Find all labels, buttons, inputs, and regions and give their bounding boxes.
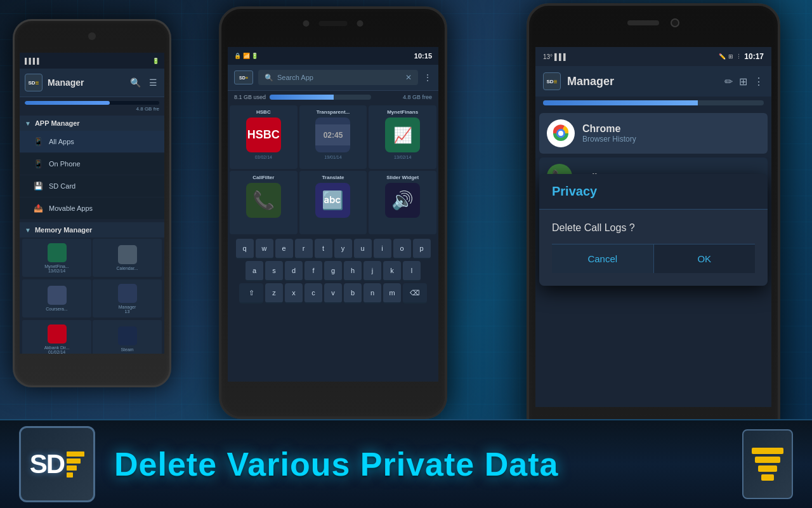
key-shift[interactable]: ⇧ bbox=[239, 283, 263, 304]
menu-on-phone[interactable]: 📱 On Phone bbox=[20, 153, 164, 175]
key-row-2: a s d f g h j k l bbox=[230, 261, 436, 281]
key-d[interactable]: d bbox=[285, 261, 303, 281]
translate-name: Translate bbox=[322, 175, 344, 180]
key-l[interactable]: l bbox=[403, 261, 421, 281]
key-k[interactable]: k bbox=[383, 261, 401, 281]
key-r[interactable]: r bbox=[295, 239, 313, 259]
right-bar-4 bbox=[761, 474, 774, 481]
app-cell-transparent[interactable]: Transparent... 02:45 19/01/14 bbox=[299, 105, 367, 169]
manager-item[interactable]: Manager 13 bbox=[93, 279, 162, 318]
key-p[interactable]: p bbox=[413, 239, 431, 259]
volume-button-left[interactable] bbox=[13, 97, 15, 116]
right-header-icons: ✏ ⊞ ⋮ bbox=[724, 76, 764, 88]
key-v[interactable]: v bbox=[324, 283, 342, 304]
edit-header-icon[interactable]: ✏ bbox=[724, 76, 733, 88]
key-h[interactable]: h bbox=[344, 261, 362, 281]
key-g[interactable]: g bbox=[324, 261, 342, 281]
key-i[interactable]: i bbox=[374, 239, 391, 259]
phone-middle-screen: 🔒 📶 🔋 10:15 SD≡ 🔍 Search App ✕ ⋮ bbox=[228, 47, 438, 382]
hsbc-name: HSBC bbox=[256, 109, 271, 115]
akbank-item[interactable]: Akbank Dir... 01/02/14 bbox=[22, 320, 91, 354]
grid-header-icon[interactable]: ⊞ bbox=[739, 76, 747, 88]
key-f[interactable]: f bbox=[304, 261, 322, 281]
slider-icon-el: 🔊 bbox=[385, 183, 420, 218]
app-row-3: Akbank Dir... 01/02/14 Steam bbox=[20, 319, 164, 354]
camera-mid bbox=[357, 20, 363, 27]
storage-left: 4.8 GB fre bbox=[20, 97, 164, 116]
cancel-button[interactable]: Cancel bbox=[552, 244, 654, 273]
search-menu-icon[interactable]: ⋮ bbox=[423, 72, 432, 83]
battery-left: 🔋 bbox=[152, 58, 159, 64]
storage-text-left: 4.8 GB fre bbox=[25, 106, 159, 112]
edit-icon-right: ✏️ bbox=[719, 53, 726, 60]
memory-manager-section[interactable]: ▼ Memory Manager bbox=[20, 222, 164, 237]
phones-container: ▌▌▌▌ 🔋 SD ≡ Manager 🔍 ☰ bbox=[0, 0, 812, 419]
app-manager-section[interactable]: ▼ APP Manager bbox=[20, 116, 164, 131]
key-c[interactable]: c bbox=[304, 283, 322, 304]
phone-right: 13° ▌▌▌ ✏️ ⊞ ⋮ 10:17 SD≡ Manager ✏ ⊞ ⋮ bbox=[527, 3, 780, 448]
steam-icon bbox=[118, 326, 137, 345]
chrome-item[interactable]: Chrome Browser History bbox=[539, 113, 768, 154]
key-j[interactable]: j bbox=[363, 261, 381, 281]
key-backspace[interactable]: ⌫ bbox=[403, 283, 427, 304]
search-clear-icon[interactable]: ✕ bbox=[405, 73, 412, 82]
privacy-body: Delete Call Logs ? Cancel OK bbox=[539, 210, 768, 286]
sd-logo-left: SD ≡ bbox=[25, 74, 43, 91]
menu-all-apps[interactable]: 📱 All Apps bbox=[20, 131, 164, 153]
app-cell-slider[interactable]: Slider Widget 🔊 bbox=[369, 171, 436, 234]
speaker-mid bbox=[303, 20, 310, 27]
mynet-icon-mid: 📈 bbox=[385, 117, 420, 152]
key-n[interactable]: n bbox=[363, 283, 381, 304]
app-cell-translate[interactable]: Translate 🔤 bbox=[299, 171, 367, 234]
key-u[interactable]: u bbox=[354, 239, 372, 259]
menu-icon-left[interactable]: ☰ bbox=[147, 76, 159, 89]
app-cell-hsbc[interactable]: HSBC HSBC 03/02/14 bbox=[230, 105, 298, 169]
key-z[interactable]: z bbox=[265, 283, 283, 304]
mynet-date: 13/02/14 bbox=[394, 155, 411, 159]
sd-bar-4 bbox=[67, 472, 73, 478]
menu-movable-apps[interactable]: 📤 Movable Apps bbox=[20, 197, 164, 220]
key-o[interactable]: o bbox=[393, 239, 411, 259]
keyboard-mid: q w e r t y u i o p a s d f g h bbox=[228, 236, 438, 308]
key-q[interactable]: q bbox=[236, 239, 254, 259]
search-input-mid[interactable]: 🔍 Search App ✕ bbox=[258, 70, 418, 85]
mynet-item[interactable]: MynetFina... 13/02/14 bbox=[22, 239, 91, 277]
key-w[interactable]: w bbox=[256, 239, 273, 259]
more-icon-right: ⋮ bbox=[736, 53, 742, 60]
left-header-icons: 🔍 ☰ bbox=[129, 76, 159, 89]
calendar-item[interactable]: Calendar... bbox=[93, 239, 162, 277]
privacy-dialog: Privacy Delete Call Logs ? Cancel OK bbox=[539, 174, 768, 286]
left-title: Manager bbox=[48, 77, 124, 88]
sd-bar-3 bbox=[67, 465, 77, 471]
key-b[interactable]: b bbox=[344, 283, 362, 304]
top-camera-right bbox=[627, 18, 679, 27]
privacy-question: Delete Call Logs ? bbox=[552, 222, 755, 234]
arrow-icon-memory: ▼ bbox=[25, 227, 31, 234]
sd-text: SD bbox=[30, 449, 64, 479]
status-bar-right: 13° ▌▌▌ ✏️ ⊞ ⋮ 10:17 bbox=[535, 47, 771, 66]
hsbc-date: 03/02/14 bbox=[255, 155, 272, 159]
key-y[interactable]: y bbox=[334, 239, 352, 259]
key-e[interactable]: e bbox=[275, 239, 293, 259]
more-header-icon[interactable]: ⋮ bbox=[754, 76, 764, 88]
search-placeholder-mid: Search App bbox=[277, 74, 313, 81]
app-cell-mynet[interactable]: MynetFinans 📈 13/02/14 bbox=[369, 105, 436, 169]
app-grid-mid: HSBC HSBC 03/02/14 Transparent... 02:45 … bbox=[228, 104, 438, 236]
app-cell-callfilter[interactable]: CallFilter 📞 bbox=[230, 171, 298, 234]
chrome-info: Chrome Browser History bbox=[582, 123, 760, 144]
coursera-item[interactable]: Coursera... bbox=[22, 279, 91, 318]
steam-item[interactable]: Steam bbox=[93, 320, 162, 354]
key-t[interactable]: t bbox=[315, 239, 332, 259]
key-a[interactable]: a bbox=[246, 261, 263, 281]
progress-right bbox=[535, 97, 771, 109]
menu-sd-card[interactable]: 💾 SD Card bbox=[20, 175, 164, 197]
key-x[interactable]: x bbox=[285, 283, 303, 304]
key-s[interactable]: s bbox=[265, 261, 283, 281]
search-icon-left[interactable]: 🔍 bbox=[129, 76, 141, 89]
top-camera-mid bbox=[303, 20, 363, 27]
camera-left bbox=[88, 32, 96, 40]
ok-button[interactable]: OK bbox=[654, 244, 756, 273]
key-m[interactable]: m bbox=[383, 283, 401, 304]
mynet-icon-left bbox=[48, 243, 67, 262]
transparent-icon: 02:45 bbox=[315, 117, 350, 152]
